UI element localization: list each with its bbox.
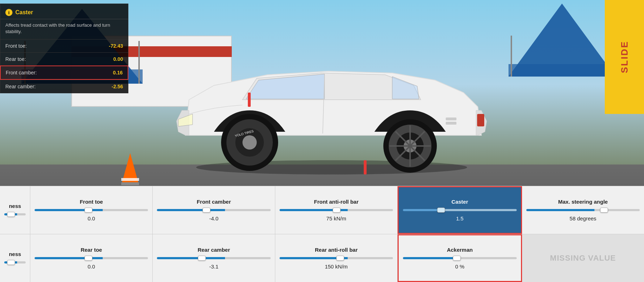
slider-track-stiffness-1 xyxy=(4,213,26,215)
slider-track-max-steering xyxy=(526,209,640,211)
svg-rect-25 xyxy=(248,93,251,107)
car-display: YOLO TIRES xyxy=(143,28,499,189)
stat-label-front-toe: Front toe: xyxy=(5,43,27,49)
cell-label-caster: Caster xyxy=(451,199,468,205)
cell-label-stiffness-2: ness xyxy=(9,251,21,257)
info-icon: i xyxy=(5,9,12,16)
cell-value-front-toe: 0.0 xyxy=(88,215,95,221)
stat-row-rear-camber[interactable]: Rear camber: -2.56 xyxy=(0,80,128,93)
cell-front-camber[interactable]: Front camber -4.0 xyxy=(153,186,275,234)
slider-track-rear-anti-roll xyxy=(280,257,393,259)
svg-rect-26 xyxy=(364,160,367,174)
cell-front-toe[interactable]: Front toe 0.0 xyxy=(30,186,153,234)
slider-max-steering[interactable] xyxy=(526,207,640,213)
svg-rect-5 xyxy=(508,64,615,77)
stat-label-rear-toe: Rear toe: xyxy=(5,56,26,62)
cell-rear-toe[interactable]: Rear toe 0.0 xyxy=(30,234,153,282)
cell-label-stiffness-1: ness xyxy=(9,203,21,209)
cell-value-front-anti-roll: 75 kN/m xyxy=(326,215,346,221)
cell-label-front-camber: Front camber xyxy=(197,199,231,205)
cell-label-rear-camber: Rear camber xyxy=(198,247,230,253)
tent-right xyxy=(508,2,615,77)
slider-thumb-rear-toe[interactable] xyxy=(85,256,92,261)
cell-caster[interactable]: Caster 1.5 xyxy=(398,186,522,234)
slider-caster[interactable] xyxy=(403,207,516,213)
slider-track-front-anti-roll xyxy=(280,209,393,211)
slider-thumb-max-steering[interactable] xyxy=(600,208,608,213)
stat-row-front-camber[interactable]: Front camber: 0.16 xyxy=(0,66,128,80)
stat-value-front-camber: 0.16 xyxy=(113,70,123,75)
slider-track-rear-camber xyxy=(157,257,270,259)
slider-stiffness-1[interactable] xyxy=(4,211,26,218)
svg-point-15 xyxy=(242,135,257,150)
slider-track-stiffness-2 xyxy=(4,261,26,263)
svg-rect-29 xyxy=(446,122,456,125)
slider-thumb-front-camber[interactable] xyxy=(203,208,210,213)
missing-value-text: MISSING VALUE xyxy=(550,254,616,263)
slider-track-rear-toe xyxy=(35,257,148,259)
slider-track-caster xyxy=(403,209,516,211)
cell-value-rear-anti-roll: 150 kN/m xyxy=(325,263,348,270)
stat-value-rear-camber: -2.56 xyxy=(112,84,123,89)
cell-value-rear-camber: -3.1 xyxy=(209,263,219,270)
slider-track-front-toe xyxy=(35,209,148,211)
slider-thumb-rear-camber[interactable] xyxy=(198,256,206,261)
slider-thumb-front-toe[interactable] xyxy=(85,208,92,213)
slider-thumb-stiffness-1[interactable] xyxy=(7,212,15,217)
info-panel-title: Caster xyxy=(15,9,33,16)
cell-value-rear-toe: 0.0 xyxy=(88,263,95,270)
cell-stiffness-2[interactable]: ness xyxy=(0,234,30,282)
cell-front-anti-roll[interactable]: Front anti-roll bar 75 kN/m xyxy=(275,186,398,234)
cell-label-front-toe: Front toe xyxy=(80,199,103,205)
stat-row-rear-toe[interactable]: Rear toe: 0.00 xyxy=(0,52,128,66)
traffic-cone-1 xyxy=(121,153,139,187)
cell-label-ackerman: Ackerman xyxy=(447,247,473,253)
stat-label-rear-camber: Rear camber: xyxy=(5,84,36,89)
slider-track-front-camber xyxy=(157,209,270,211)
svg-rect-9 xyxy=(121,178,139,181)
banner-text: SLIDE xyxy=(619,41,630,73)
slider-track-ackerman xyxy=(403,257,516,259)
cell-label-front-anti-roll: Front anti-roll bar xyxy=(314,199,359,205)
stat-value-front-toe: -72.43 xyxy=(109,43,123,49)
cell-ackerman[interactable]: Ackerman 0 % xyxy=(398,234,522,282)
cell-label-rear-anti-roll: Rear anti-roll bar xyxy=(315,247,358,253)
cell-value-caster: 1.5 xyxy=(456,215,464,221)
info-panel-description: Affects tread contact with the road surf… xyxy=(0,19,128,39)
svg-rect-28 xyxy=(446,118,456,120)
slider-front-camber[interactable] xyxy=(157,207,270,213)
svg-rect-10 xyxy=(121,182,139,185)
cell-value-front-camber: -4.0 xyxy=(209,215,219,221)
slider-thumb-caster[interactable] xyxy=(437,208,445,213)
cell-value-ackerman: 0 % xyxy=(455,263,464,270)
slider-front-toe[interactable] xyxy=(35,207,148,213)
slider-rear-camber[interactable] xyxy=(157,255,270,261)
bottom-row-2: ness Rear toe 0.0 Rear camber xyxy=(0,234,644,282)
info-panel: i Caster Affects tread contact with the … xyxy=(0,4,128,93)
svg-rect-30 xyxy=(477,114,484,126)
cell-label-max-steering: Max. steering angle xyxy=(558,199,608,205)
slider-thumb-stiffness-2[interactable] xyxy=(7,260,15,265)
slider-rear-anti-roll[interactable] xyxy=(280,255,393,261)
slide-banner: SLIDE xyxy=(605,0,644,114)
slider-thumb-rear-anti-roll[interactable] xyxy=(336,256,344,261)
cell-value-max-steering: 58 degrees xyxy=(569,215,596,221)
cell-max-steering[interactable]: Max. steering angle 58 degrees xyxy=(522,186,644,234)
bottom-bar: ness Front toe 0.0 Front camber xyxy=(0,186,644,282)
slider-thumb-ackerman[interactable] xyxy=(453,256,461,261)
cell-rear-camber[interactable]: Rear camber -3.1 xyxy=(153,234,275,282)
bottom-row-1: ness Front toe 0.0 Front camber xyxy=(0,186,644,234)
cell-label-rear-toe: Rear toe xyxy=(81,247,102,253)
cell-stiffness-1[interactable]: ness xyxy=(0,186,30,234)
slider-stiffness-2[interactable] xyxy=(4,259,26,266)
slider-rear-toe[interactable] xyxy=(35,255,148,261)
slider-ackerman[interactable] xyxy=(403,255,516,261)
slider-front-anti-roll[interactable] xyxy=(280,207,393,213)
cell-rear-anti-roll[interactable]: Rear anti-roll bar 150 kN/m xyxy=(275,234,398,282)
stat-row-front-toe[interactable]: Front toe: -72.43 xyxy=(0,39,128,52)
stat-value-rear-toe: 0.00 xyxy=(113,56,123,62)
stat-label-front-camber: Front camber: xyxy=(6,70,37,75)
slider-thumb-front-anti-roll[interactable] xyxy=(333,208,341,213)
info-panel-header: i Caster xyxy=(0,7,128,19)
cell-missing-value: MISSING VALUE xyxy=(522,234,644,282)
